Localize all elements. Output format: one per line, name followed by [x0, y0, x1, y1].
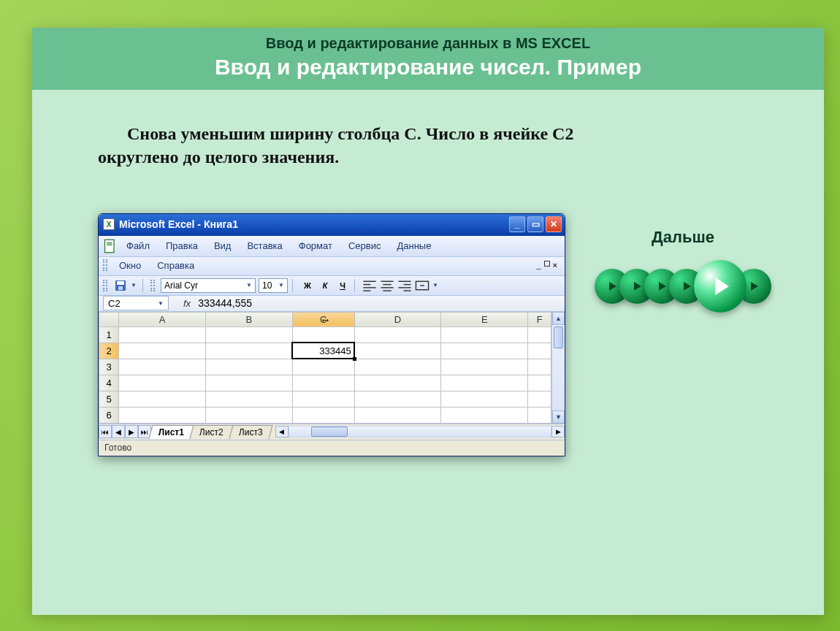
cell-c6[interactable]: [292, 407, 354, 423]
cell-e3[interactable]: [441, 359, 528, 375]
save-icon[interactable]: [113, 278, 128, 293]
align-right-icon[interactable]: [397, 278, 412, 293]
select-all-corner[interactable]: [99, 312, 119, 326]
cell-d6[interactable]: [354, 407, 441, 423]
cell-d1[interactable]: [354, 326, 441, 343]
fx-label[interactable]: fx: [183, 298, 191, 309]
row-header-1[interactable]: 1: [99, 326, 119, 343]
menu-file[interactable]: Файл: [119, 239, 157, 253]
cell-c4[interactable]: [292, 375, 354, 391]
col-header-f[interactable]: F: [528, 312, 551, 326]
scroll-down-icon[interactable]: ▼: [552, 410, 565, 424]
row-header-4[interactable]: 4: [99, 375, 119, 391]
cell-a4[interactable]: [119, 375, 206, 391]
cell-a2[interactable]: [119, 343, 206, 359]
menu-tools[interactable]: Сервис: [341, 239, 389, 253]
excel-titlebar[interactable]: X Microsoft Excel - Книга1 _ ▭ ✕: [99, 214, 565, 236]
cell-d2[interactable]: [354, 343, 441, 359]
menu-insert[interactable]: Вставка: [240, 239, 289, 253]
tab-nav-next-icon[interactable]: ▶: [125, 425, 138, 438]
cell-e2[interactable]: [441, 343, 528, 359]
toolbar-grip-2[interactable]: [103, 280, 107, 291]
col-header-e[interactable]: E: [441, 312, 528, 326]
cell-e4[interactable]: [441, 375, 528, 391]
name-box[interactable]: C2 ▼: [103, 296, 169, 310]
menu-format[interactable]: Формат: [291, 239, 340, 253]
scroll-up-icon[interactable]: ▲: [552, 312, 565, 325]
mdi-close-icon[interactable]: ×: [553, 261, 557, 269]
cell-b4[interactable]: [205, 375, 292, 391]
cell-c2[interactable]: 333445: [292, 343, 354, 359]
cell-e1[interactable]: [441, 326, 528, 343]
tab-nav-prev-icon[interactable]: ◀: [112, 425, 125, 438]
bold-button[interactable]: Ж: [300, 278, 315, 293]
scroll-thumb[interactable]: [554, 326, 563, 348]
merge-cells-icon[interactable]: [415, 278, 429, 293]
row-header-6[interactable]: 6: [99, 407, 119, 423]
row-header-2[interactable]: 2: [99, 343, 119, 359]
cell-a6[interactable]: [119, 407, 206, 423]
scroll-right-icon[interactable]: ▶: [551, 426, 565, 437]
col-header-d[interactable]: D: [354, 312, 441, 326]
cell-f5[interactable]: [528, 391, 551, 407]
cell-f3[interactable]: [528, 359, 551, 375]
excel-doc-icon[interactable]: [103, 239, 118, 253]
nav-play-button[interactable]: [694, 260, 747, 313]
cell-b2[interactable]: [205, 343, 292, 359]
mdi-restore-icon[interactable]: [544, 261, 550, 267]
font-name-select[interactable]: Arial Cyr ▼: [161, 278, 256, 293]
col-header-c[interactable]: C: [292, 312, 354, 326]
font-size-select[interactable]: 10 ▼: [259, 278, 288, 293]
cell-a3[interactable]: [119, 359, 206, 375]
tab-nav-first-icon[interactable]: ⏮: [99, 425, 112, 438]
row-header-5[interactable]: 5: [99, 391, 119, 407]
menu-data[interactable]: Данные: [389, 239, 438, 253]
menu-edit[interactable]: Правка: [159, 239, 205, 253]
cell-c5[interactable]: [292, 391, 354, 407]
toolbar-grip[interactable]: [103, 259, 107, 271]
mdi-minimize-icon[interactable]: _: [536, 261, 541, 269]
cell-e5[interactable]: [441, 391, 528, 407]
col-header-a[interactable]: A: [119, 312, 206, 326]
cell-c1[interactable]: [292, 326, 354, 343]
row-header-3[interactable]: 3: [99, 359, 119, 375]
cell-f2[interactable]: [528, 343, 551, 359]
hscroll-thumb[interactable]: [311, 427, 348, 437]
horizontal-scrollbar[interactable]: ◀ ▶: [275, 426, 565, 437]
cell-f1[interactable]: [528, 326, 551, 343]
align-left-icon[interactable]: [362, 278, 377, 293]
cell-b3[interactable]: [205, 359, 292, 375]
col-header-b[interactable]: B: [205, 312, 292, 326]
cell-a5[interactable]: [119, 391, 206, 407]
menu-help[interactable]: Справка: [150, 259, 202, 272]
vertical-scrollbar[interactable]: ▲ ▼: [551, 312, 565, 424]
cell-d4[interactable]: [354, 375, 441, 391]
toolbar-grip-3[interactable]: [150, 280, 155, 291]
menu-view[interactable]: Вид: [207, 239, 239, 253]
save-dropdown-icon[interactable]: ▼: [131, 282, 138, 288]
cell-b1[interactable]: [205, 326, 292, 343]
cell-f6[interactable]: [528, 407, 551, 423]
cell-a1[interactable]: [119, 326, 206, 343]
toolbar-more-icon[interactable]: ▼: [432, 282, 440, 288]
maximize-button[interactable]: ▭: [527, 216, 543, 232]
cell-b6[interactable]: [205, 407, 292, 423]
sheet-tab-3[interactable]: Лист3: [229, 425, 272, 439]
cell-f4[interactable]: [528, 375, 551, 391]
menu-window[interactable]: Окно: [112, 259, 148, 272]
cell-e6[interactable]: [441, 407, 528, 423]
minimize-button[interactable]: _: [509, 216, 525, 232]
sheet-tab-1[interactable]: Лист1: [148, 425, 194, 439]
underline-button[interactable]: Ч: [335, 278, 350, 293]
cell-c3[interactable]: [292, 359, 354, 375]
sheet-tab-2[interactable]: Лист2: [189, 425, 233, 439]
spreadsheet-grid[interactable]: A B C D E F 1 2 333445: [99, 312, 551, 424]
cell-d5[interactable]: [354, 391, 441, 407]
align-center-icon[interactable]: [380, 278, 394, 293]
scroll-left-icon[interactable]: ◀: [275, 426, 289, 437]
formula-value[interactable]: 333444,555: [198, 297, 252, 309]
cell-b5[interactable]: [205, 391, 292, 407]
cell-d3[interactable]: [354, 359, 441, 375]
italic-button[interactable]: К: [318, 278, 332, 293]
close-button[interactable]: ✕: [546, 216, 562, 232]
